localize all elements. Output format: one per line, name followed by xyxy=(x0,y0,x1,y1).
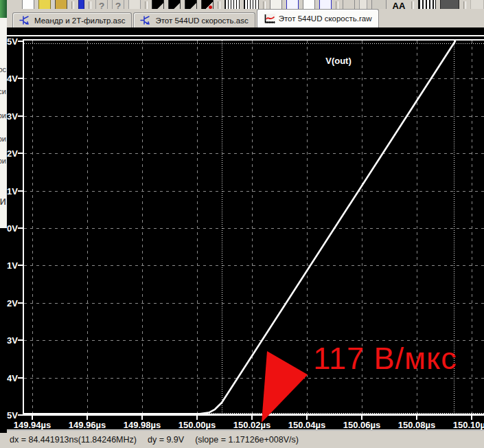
y-tick-label: -3V xyxy=(7,335,18,346)
y-tick xyxy=(18,78,23,79)
x-gridline xyxy=(142,41,143,414)
toolbar-icon-save-yellow[interactable] xyxy=(55,0,67,9)
tab-3[interactable]: Этот 544UD скорость.raw xyxy=(257,9,379,27)
toolbar-icon-zoom-black[interactable] xyxy=(168,0,181,9)
x-tick-label: 150.06µs xyxy=(343,420,380,429)
tab-label: Этот 544UD скорость.raw xyxy=(279,14,372,23)
toolbar-icon-cut[interactable] xyxy=(343,0,355,9)
toolbar-icon-zoom-black[interactable] xyxy=(152,0,164,9)
y-tick-label: 3V xyxy=(7,111,18,121)
y-tick-label: -4V xyxy=(7,372,18,383)
toolbar-separator xyxy=(263,1,266,9)
background-desktop-patch xyxy=(0,0,7,18)
background-text-fragment: и xyxy=(0,194,6,208)
x-tick-label: 150.04µs xyxy=(288,420,325,429)
background-text-fragment: ри xyxy=(0,157,6,165)
x-gridline xyxy=(32,41,33,414)
plot-top-border xyxy=(23,39,484,41)
trace-label[interactable]: V(out) xyxy=(325,56,352,66)
y-tick xyxy=(18,153,23,154)
schematic-icon xyxy=(19,15,31,25)
toolbar: ??AA xyxy=(7,0,484,9)
x-gridline xyxy=(87,41,88,414)
x-tick-label: 150.10µs xyxy=(453,420,484,429)
x-tick xyxy=(87,414,88,420)
y-gridline xyxy=(24,378,484,379)
background-gray-area xyxy=(0,433,7,448)
toolbar-icon-box-small[interactable] xyxy=(359,0,367,9)
y-gridline xyxy=(24,116,484,117)
toolbar-icon-ruler[interactable] xyxy=(244,0,259,9)
y-tick-label: -5V xyxy=(7,410,18,421)
x-tick xyxy=(141,414,143,420)
toolbar-icon-page[interactable] xyxy=(303,0,315,9)
cursor-horizontal-line xyxy=(24,43,484,44)
y-tick-label: -1V xyxy=(7,260,18,271)
tab-underline xyxy=(7,35,484,36)
toolbar-icon-page[interactable] xyxy=(22,0,34,9)
y-tick xyxy=(18,227,23,229)
y-tick xyxy=(18,115,23,117)
y-tick xyxy=(18,377,23,379)
toolbar-icon-printer[interactable] xyxy=(440,0,459,9)
toolbar-icon-zoom-black-red[interactable] xyxy=(201,0,214,9)
plot-x-axis xyxy=(23,414,484,416)
y-gridline xyxy=(24,153,484,154)
waveform-pane[interactable]: V(out) 149.94µs149.96µs149.98µs150.00µs1… xyxy=(7,27,484,429)
toolbar-icon-copy[interactable] xyxy=(371,0,387,9)
y-tick xyxy=(18,414,23,416)
x-tick-label: 149.94µs xyxy=(14,420,51,429)
toolbar-icon-box[interactable] xyxy=(270,0,282,9)
toolbar-icon-page-blue[interactable] xyxy=(286,0,299,9)
toolbar-icon-folder-yellow[interactable] xyxy=(38,0,51,9)
y-tick xyxy=(18,265,23,266)
background-black-area xyxy=(0,228,7,433)
y-tick-label: 5V xyxy=(7,36,18,47)
toolbar-separator xyxy=(89,1,91,9)
tab-1[interactable]: Меандр и 2Т-фильтр.asc xyxy=(12,12,132,27)
toolbar-icon-text-aa[interactable]: AA xyxy=(391,0,407,9)
x-tick xyxy=(471,414,472,420)
toolbar-separator xyxy=(411,1,414,9)
toolbar-icon-ruler[interactable] xyxy=(224,0,240,9)
x-tick xyxy=(306,414,308,420)
y-tick-label: 1V xyxy=(7,186,18,196)
x-gridline xyxy=(472,41,472,414)
toolbar-icon-zoom-black[interactable] xyxy=(185,0,197,9)
y-tick xyxy=(18,302,23,304)
app-window: оссириририи ??AA Меандр и 2Т-фильтр.ascЭ… xyxy=(0,0,484,448)
x-gridline xyxy=(307,41,308,414)
y-gridline xyxy=(24,265,484,266)
toolbar-icon-help[interactable]: ? xyxy=(112,0,124,9)
x-tick-label: 149.96µs xyxy=(69,420,106,429)
y-gridline xyxy=(24,191,484,192)
y-tick-label: -2V xyxy=(7,298,18,308)
y-tick xyxy=(18,339,23,341)
toolbar-separator xyxy=(145,1,148,9)
status-dx: dx = 84.441913ns(11.84246MHz) xyxy=(10,435,137,445)
toolbar-icon-drag[interactable] xyxy=(128,0,141,9)
y-tick xyxy=(18,190,23,192)
x-tick xyxy=(361,414,362,420)
toolbar-icon-pale[interactable] xyxy=(470,0,484,9)
x-tick-label: 149.98µs xyxy=(124,420,161,429)
x-tick xyxy=(416,414,417,420)
toolbar-icon-help[interactable]: ? xyxy=(95,0,108,9)
background-text-fragment: ри xyxy=(0,135,6,143)
toolbar-separator xyxy=(218,1,220,9)
tab-label: Этот 544UD скорость.asc xyxy=(155,16,248,25)
y-gridline xyxy=(24,78,484,79)
status-bar: dx = 84.441913ns(11.84246MHz) dy = 9.9V … xyxy=(7,429,484,448)
background-text-fragment: ос xyxy=(0,65,6,74)
toolbar-separator xyxy=(71,1,74,9)
background-text-fragment: ри xyxy=(0,111,6,120)
x-gridline xyxy=(252,41,253,414)
toolbar-icon-keyboard[interactable] xyxy=(418,0,436,9)
x-gridline xyxy=(197,41,198,414)
tab-2[interactable]: Этот 544UD скорость.asc xyxy=(133,12,255,27)
toolbar-icon-page-blue[interactable] xyxy=(319,0,332,9)
x-tick xyxy=(251,414,253,420)
y-tick-label: 2V xyxy=(7,148,18,159)
x-tick-label: 150.02µs xyxy=(233,420,270,429)
toolbar-icon-run-blue[interactable] xyxy=(78,0,84,9)
